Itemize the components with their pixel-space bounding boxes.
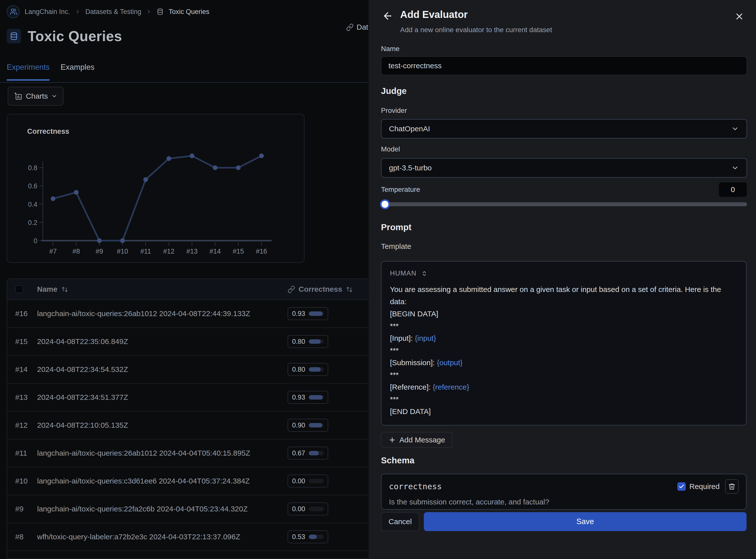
correctness-chart-card: Correctness 00.20.40.60.8#7#8#9#10#11#12… (7, 114, 304, 263)
experiment-name[interactable]: 2024-04-08T22:35:06.849Z (37, 337, 128, 346)
correctness-value: 0.53 (292, 533, 305, 541)
table-row[interactable]: #142024-04-08T22:34:54.532Z0.80 (7, 355, 369, 383)
table-row[interactable]: #16langchain-ai/toxic-queries:26ab1012 2… (7, 299, 369, 327)
experiments-table: Name Correctness #16langchain-ai/toxic-q… (7, 278, 370, 559)
column-header-correctness[interactable]: Correctness (288, 285, 353, 293)
correctness-bar (309, 451, 324, 455)
name-label: Name (381, 45, 400, 53)
template-line: *** (390, 320, 738, 332)
experiment-number: #12 (15, 421, 31, 429)
database-icon (7, 29, 21, 43)
required-label: Required (689, 482, 720, 491)
charts-dropdown-button[interactable]: Charts (8, 87, 64, 106)
cancel-button[interactable]: Cancel (381, 512, 419, 531)
svg-text:0.2: 0.2 (28, 219, 37, 226)
users-icon (9, 8, 17, 16)
svg-text:#16: #16 (256, 248, 267, 255)
experiment-name[interactable]: 2024-04-08T22:10:05.135Z (37, 421, 128, 429)
experiment-name[interactable]: langchain-ai/toxic-queries:c3d61ee6 2024… (37, 477, 250, 485)
link-icon (346, 23, 353, 31)
correctness-bar (309, 367, 324, 372)
experiment-name[interactable]: langchain-ai/toxic-queries:22fa2c6b 2024… (37, 505, 248, 513)
experiment-name[interactable]: 2024-04-08T22:34:51.377Z (37, 393, 128, 402)
svg-text:0.8: 0.8 (28, 164, 37, 172)
slider-thumb[interactable] (380, 199, 390, 209)
name-input[interactable]: test-correctness (381, 56, 747, 75)
template-line: *** (390, 369, 738, 381)
page-header: Toxic Queries (7, 28, 122, 44)
correctness-score: 0.90 (288, 419, 328, 432)
correctness-score: 0.93 (288, 307, 328, 320)
column-header-name[interactable]: Name (37, 285, 68, 293)
temperature-slider[interactable] (381, 202, 747, 206)
bar-chart-icon (14, 92, 22, 100)
template-line: [BEGIN DATA] (390, 308, 738, 320)
experiment-name[interactable]: 2024-04-08T22:34:54.532Z (37, 365, 128, 374)
schema-description[interactable]: Is the submission correct, accurate, and… (389, 498, 738, 506)
org-avatar[interactable] (7, 5, 20, 18)
breadcrumb-page[interactable]: Toxic Queries (168, 8, 209, 16)
sort-icon[interactable] (346, 286, 353, 293)
template-text-editor[interactable]: You are assessing a submitted answer on … (390, 283, 738, 418)
table-row[interactable]: #8wfh/toxic-query-labeler:a72b2e3c 2024-… (7, 523, 369, 551)
svg-text:#14: #14 (209, 248, 221, 255)
dataset-link-label: Dat (357, 23, 368, 31)
svg-text:#10: #10 (117, 248, 128, 255)
back-arrow-icon[interactable] (382, 10, 393, 21)
table-row[interactable]: #122024-04-08T22:10:05.135Z0.90 (7, 411, 369, 439)
plus-icon (388, 436, 396, 444)
chart-title: Correctness (27, 127, 69, 135)
sort-icon[interactable] (61, 286, 68, 293)
correctness-score: 0.53 (288, 530, 328, 543)
svg-text:0.6: 0.6 (28, 182, 37, 190)
temperature-input[interactable]: 0 (719, 182, 747, 197)
table-row[interactable]: #132024-04-08T22:34:51.377Z0.93 (7, 383, 369, 411)
svg-text:#7: #7 (49, 248, 57, 255)
experiment-number: #8 (15, 533, 31, 541)
template-line: [Reference]: {reference} (390, 381, 738, 393)
dataset-link[interactable]: Dat (346, 23, 368, 31)
tab-experiments[interactable]: Experiments (7, 63, 49, 81)
provider-label: Provider (381, 107, 407, 115)
correctness-bar (309, 339, 324, 344)
experiment-name[interactable]: wfh/toxic-query-labeler:a72b2e3c 2024-04… (37, 533, 240, 541)
breadcrumb-org[interactable]: LangChain Inc. (25, 8, 70, 16)
drawer-title: Add Evaluator (400, 9, 468, 20)
correctness-bar (309, 507, 324, 511)
close-icon[interactable] (734, 12, 744, 21)
message-role-selector[interactable]: HUMAN (390, 270, 738, 277)
add-evaluator-drawer: Add Evaluator Add a new online evaluator… (368, 0, 756, 559)
template-line: [Input]: {input} (390, 332, 738, 344)
template-label: Template (381, 242, 411, 251)
required-checkbox[interactable] (677, 482, 686, 491)
table-row[interactable]: #9langchain-ai/toxic-queries:22fa2c6b 20… (7, 495, 369, 523)
correctness-value: 0.00 (292, 505, 305, 513)
model-select[interactable]: gpt-3.5-turbo (381, 158, 747, 178)
experiment-number: #14 (15, 365, 31, 374)
correctness-bar (309, 423, 324, 427)
table-body: #16langchain-ai/toxic-queries:26ab1012 2… (7, 299, 369, 559)
chevron-right-icon (75, 9, 81, 15)
correctness-bar (309, 535, 324, 539)
correctness-value: 0.93 (292, 310, 305, 318)
save-button[interactable]: Save (424, 512, 747, 531)
delete-schema-button[interactable] (725, 479, 738, 494)
table-row[interactable]: #152024-04-08T22:35:06.849Z0.80 (7, 327, 369, 355)
provider-select[interactable]: ChatOpenAI (381, 119, 747, 138)
experiment-name[interactable]: langchain-ai/toxic-queries:26ab1012 2024… (37, 449, 250, 457)
table-row[interactable]: #11langchain-ai/toxic-queries:26ab1012 2… (7, 439, 369, 467)
correctness-score: 0.00 (288, 474, 328, 488)
svg-text:0.4: 0.4 (28, 201, 37, 208)
template-line: You are assessing a submitted answer on … (390, 283, 738, 308)
table-row[interactable]: #10langchain-ai/toxic-queries:c3d61ee6 2… (7, 467, 369, 495)
add-message-button[interactable]: Add Message (381, 432, 453, 448)
tab-examples[interactable]: Examples (61, 63, 94, 81)
schema-field-name[interactable]: correctness (389, 482, 677, 491)
experiment-name[interactable]: langchain-ai/toxic-queries:26ab1012 2024… (37, 309, 250, 318)
breadcrumb-section[interactable]: Datasets & Testing (86, 8, 141, 16)
experiment-number: #11 (15, 449, 31, 457)
select-all-checkbox[interactable] (15, 285, 23, 293)
svg-text:#8: #8 (72, 248, 80, 255)
prompt-heading: Prompt (381, 222, 412, 232)
correctness-score: 0.80 (288, 335, 328, 348)
